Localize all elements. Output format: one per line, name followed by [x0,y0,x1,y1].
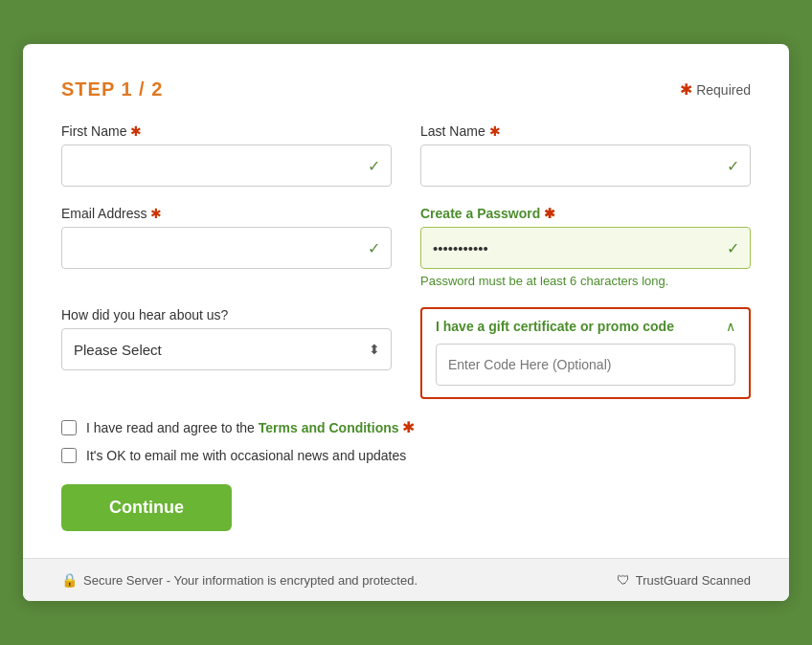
password-input-wrapper: ✓ [420,227,751,269]
hear-about-label: How did you hear about us? [61,307,392,322]
terms-checkbox[interactable] [61,420,77,435]
last-name-required-star: ✱ [489,123,501,139]
promo-section: I have a gift certificate or promo code … [420,307,751,399]
lock-icon: 🔒 [61,572,78,588]
hear-about-select[interactable]: Please Select Google Friend Social Media… [61,328,392,370]
first-name-group: First Name ✱ ✓ [61,123,392,187]
secure-text: Secure Server - Your information is encr… [83,573,417,588]
email-password-row: Email Address ✱ ✓ Create a Password ✱ ✓ … [61,206,751,288]
password-hint: Password must be at least 6 characters l… [420,274,751,288]
email-check-icon: ✓ [368,239,380,257]
terms-link[interactable]: Terms and Conditions [259,420,399,435]
hear-promo-row: How did you hear about us? Please Select… [61,307,751,399]
bottom-section: I have read and agree to the Terms and C… [61,418,751,558]
email-input[interactable] [61,227,392,269]
hear-about-group: How did you hear about us? Please Select… [61,307,392,399]
first-name-input[interactable] [61,145,392,187]
promo-group: I have a gift certificate or promo code … [420,307,751,399]
first-name-check-icon: ✓ [368,157,380,175]
required-star-icon: ✱ [680,80,692,99]
terms-text: I have read and agree to the Terms and C… [86,418,415,436]
shield-icon: 🛡 [617,572,630,588]
password-check-icon: ✓ [727,239,739,257]
card-footer: 🔒 Secure Server - Your information is en… [23,558,789,601]
last-name-label: Last Name ✱ [420,123,751,139]
email-required-star: ✱ [150,206,162,221]
promo-code-input[interactable] [436,344,735,386]
email-optin-checkbox[interactable] [61,448,77,463]
password-group: Create a Password ✱ ✓ Password must be a… [420,206,751,288]
promo-toggle[interactable]: I have a gift certificate or promo code … [436,319,735,334]
footer-secure: 🔒 Secure Server - Your information is en… [61,572,417,588]
first-name-required-star: ✱ [130,123,142,139]
password-label: Create a Password ✱ [420,206,751,221]
password-required-star: ✱ [544,206,555,221]
promo-chevron-icon: ∧ [726,319,735,334]
hear-about-select-wrapper: Please Select Google Friend Social Media… [61,328,392,370]
required-label: ✱ Required [680,80,751,99]
first-name-label: First Name ✱ [61,123,392,139]
email-label: Email Address ✱ [61,206,392,221]
name-row: First Name ✱ ✓ Last Name ✱ ✓ [61,123,751,187]
continue-button[interactable]: Continue [61,484,232,531]
password-input[interactable] [420,227,751,269]
promo-toggle-label: I have a gift certificate or promo code [436,319,674,334]
email-group: Email Address ✱ ✓ [61,206,392,288]
footer-trustguard: 🛡 TrustGuard Scanned [617,572,751,588]
email-optin-label: It's OK to email me with occasional news… [86,448,406,463]
last-name-input-wrapper: ✓ [420,145,751,187]
terms-checkbox-row: I have read and agree to the Terms and C… [61,418,751,436]
last-name-input[interactable] [420,145,751,187]
card-header: STEP 1 / 2 ✱ Required [61,78,751,100]
email-opt-in-row: It's OK to email me with occasional news… [61,448,751,463]
last-name-check-icon: ✓ [727,157,739,175]
registration-card: STEP 1 / 2 ✱ Required First Name ✱ ✓ Las… [23,44,789,601]
step-label: STEP 1 / 2 [61,78,163,100]
first-name-input-wrapper: ✓ [61,145,392,187]
terms-required-star: ✱ [402,419,415,435]
last-name-group: Last Name ✱ ✓ [420,123,751,187]
email-input-wrapper: ✓ [61,227,392,269]
trustguard-text: TrustGuard Scanned [636,573,751,588]
